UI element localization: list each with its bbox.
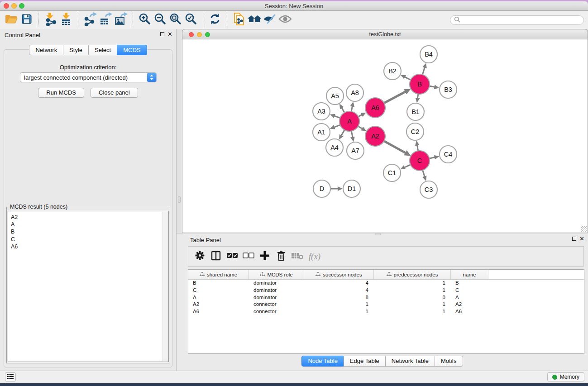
column-header-name[interactable]: name: [451, 270, 488, 279]
tab-node-table[interactable]: Node Table: [301, 356, 344, 367]
delete-table-button[interactable]: [291, 250, 304, 263]
float-panel-icon[interactable]: [160, 32, 164, 36]
toolbar-separator: [203, 13, 203, 27]
save-session-button[interactable]: [19, 12, 34, 28]
splitter-handle-vertical[interactable]: [178, 196, 181, 203]
close-panel-icon[interactable]: ✕: [579, 236, 584, 241]
resize-handle[interactable]: [581, 226, 587, 232]
node-C1[interactable]: C1: [383, 164, 401, 181]
result-item[interactable]: C: [11, 236, 168, 243]
result-item[interactable]: A2: [11, 214, 168, 221]
node-B3[interactable]: B3: [440, 81, 457, 98]
node-A8[interactable]: A8: [346, 84, 363, 101]
export-table-button[interactable]: [98, 12, 113, 28]
zoom-fit-icon: [169, 13, 182, 27]
import-table-button[interactable]: [58, 12, 74, 28]
node-A7[interactable]: A7: [347, 142, 364, 159]
node-A3[interactable]: A3: [313, 103, 330, 120]
search-field[interactable]: [450, 15, 584, 25]
select-all-button[interactable]: [225, 250, 239, 263]
memory-button[interactable]: Memory: [547, 372, 584, 381]
float-panel-icon[interactable]: [572, 237, 576, 241]
node-D1[interactable]: D1: [343, 180, 360, 197]
node-C3[interactable]: C3: [420, 181, 437, 198]
home-button[interactable]: [247, 12, 262, 28]
tab-network-table[interactable]: Network Table: [385, 356, 435, 367]
column-header-predecessor-nodes[interactable]: predecessor nodes: [374, 270, 451, 279]
result-scrollbar[interactable]: [163, 212, 168, 361]
export-network-button[interactable]: [82, 12, 98, 28]
svg-text:B1: B1: [411, 108, 420, 115]
node-B[interactable]: B: [410, 74, 430, 94]
hide-graphics-button[interactable]: [262, 12, 277, 28]
search-input[interactable]: [463, 17, 580, 24]
node-D[interactable]: D: [313, 180, 330, 197]
show-columns-icon: [210, 250, 221, 263]
node-A5[interactable]: A5: [326, 87, 344, 105]
column-header-shared-name[interactable]: shared name: [188, 270, 249, 279]
table-row[interactable]: Bdominator41B: [188, 280, 584, 287]
result-item[interactable]: A: [11, 221, 168, 228]
deselect-all-button[interactable]: [242, 250, 255, 263]
criterion-select[interactable]: largest connected component (directed): [20, 72, 157, 82]
node-B4[interactable]: B4: [420, 46, 437, 63]
column-header-successor-nodes[interactable]: successor nodes: [304, 270, 374, 279]
close-panel-button[interactable]: Close panel: [91, 88, 138, 98]
tab-mcds[interactable]: MCDS: [117, 45, 147, 55]
list-icon: [7, 373, 14, 381]
node-B1[interactable]: B1: [407, 103, 424, 120]
open-session-button[interactable]: [4, 12, 19, 28]
status-bar: Memory: [0, 371, 588, 383]
function-builder-button[interactable]: f(x): [307, 250, 320, 263]
tab-motifs[interactable]: Motifs: [435, 356, 463, 367]
node-A[interactable]: A: [339, 111, 359, 131]
show-graphics-icon: [278, 14, 292, 26]
close-panel-icon[interactable]: ✕: [167, 32, 172, 37]
node-B2[interactable]: B2: [384, 62, 401, 80]
network-window-titlebar: testGlobe.txt: [182, 29, 588, 39]
zoom-selected-button[interactable]: [183, 12, 199, 28]
splitter-handle-horizontal[interactable]: [375, 233, 381, 235]
node-A1[interactable]: A1: [313, 124, 330, 141]
node-A6[interactable]: A6: [365, 98, 385, 118]
svg-text:A7: A7: [351, 147, 359, 154]
export-image-button[interactable]: [113, 12, 129, 28]
show-columns-button[interactable]: [209, 250, 223, 263]
duplicate-network-button[interactable]: [231, 12, 247, 28]
table-row[interactable]: A6connector11A6: [188, 308, 584, 315]
result-item[interactable]: B: [11, 228, 168, 235]
cell: connector: [249, 301, 304, 308]
table-row[interactable]: Adominator80A: [188, 294, 584, 301]
table-toolbar: f(x): [188, 246, 584, 267]
task-history-button[interactable]: [5, 372, 16, 381]
run-mcds-button[interactable]: Run MCDS: [38, 88, 84, 98]
cell: 8: [304, 294, 374, 301]
zoom-fit-button[interactable]: [168, 12, 183, 28]
tab-edge-table[interactable]: Edge Table: [344, 356, 386, 367]
table-row[interactable]: Cdominator41C: [188, 287, 584, 294]
tab-select[interactable]: Select: [88, 45, 117, 55]
delete-row-button[interactable]: [274, 250, 288, 263]
cell: 1: [374, 287, 451, 294]
settings-gear-button[interactable]: [193, 250, 206, 263]
network-canvas[interactable]: B4B2BB3A5A8A6B1A3AC2A1A2A4A7C4CC1DD1C3: [182, 39, 588, 233]
network-window-title: testGlobe.txt: [182, 31, 588, 38]
column-header-MCDS-role[interactable]: MCDS role: [249, 270, 304, 279]
add-row-button[interactable]: [258, 250, 272, 263]
tab-network[interactable]: Network: [29, 45, 63, 55]
node-C[interactable]: C: [410, 151, 430, 171]
show-graphics-button[interactable]: [277, 12, 293, 28]
node-A2[interactable]: A2: [365, 126, 385, 146]
save-session-icon: [21, 13, 33, 27]
node-C4[interactable]: C4: [440, 146, 457, 163]
zoom-in-button[interactable]: [137, 12, 153, 28]
refresh-button[interactable]: [207, 12, 223, 28]
node-A4[interactable]: A4: [326, 139, 343, 156]
node-C2[interactable]: C2: [406, 123, 424, 140]
cell: A6: [451, 308, 488, 315]
table-row[interactable]: A2connector11A2: [188, 301, 584, 308]
import-network-button[interactable]: [43, 12, 58, 28]
zoom-out-button[interactable]: [153, 12, 168, 28]
tab-style[interactable]: Style: [63, 45, 89, 55]
result-item[interactable]: A6: [11, 243, 168, 250]
